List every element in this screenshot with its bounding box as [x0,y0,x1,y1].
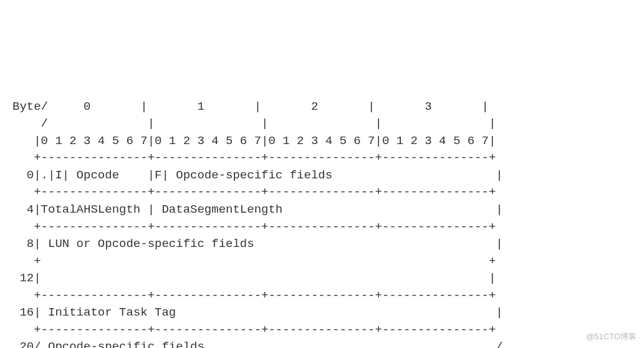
watermark-text: @51CTO博客 [586,331,637,343]
packet-layout-diagram: Byte/ 0 | 1 | 2 | 3 | / | | | | |0 1 2 3… [12,99,632,348]
